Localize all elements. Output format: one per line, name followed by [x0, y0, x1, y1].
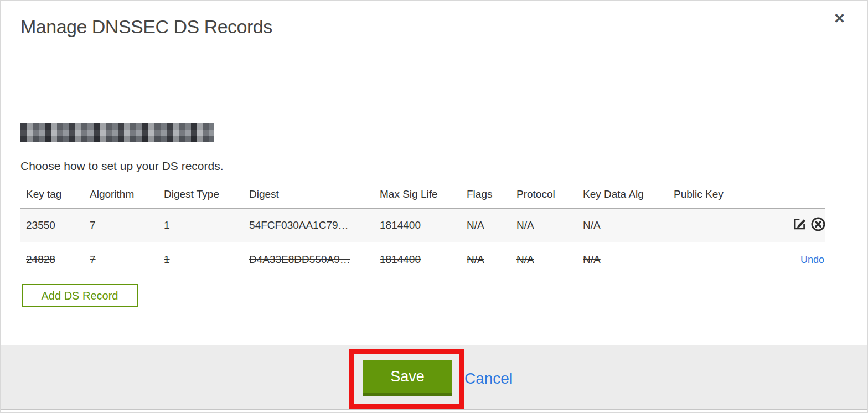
table-row: 23550 7 1 54FCF030AA1C79… 1814400 N/A N/… — [20, 208, 825, 242]
cell-key-data-alg: N/A — [583, 219, 601, 231]
close-icon[interactable]: ✕ — [834, 12, 845, 25]
cell-key-data-alg: N/A — [583, 254, 601, 265]
header-key-tag: Key tag — [20, 181, 87, 208]
header-max-sig-life: Max Sig Life — [378, 181, 464, 208]
cell-flags: N/A — [467, 219, 484, 231]
circle-x-icon[interactable] — [810, 216, 826, 235]
subtitle-text: Choose how to set up your DS records. — [20, 159, 224, 173]
add-ds-record-button[interactable]: Add DS Record — [22, 284, 138, 307]
cell-digest-type: 1 — [164, 219, 170, 231]
manage-dnssec-dialog: { "dialog": { "title": "Manage DNSSEC DS… — [0, 0, 868, 413]
cell-algorithm: 7 — [90, 254, 96, 265]
edit-pencil-square-icon[interactable] — [792, 216, 807, 234]
cell-flags: N/A — [467, 254, 484, 265]
cell-max-sig-life: 1814400 — [380, 254, 421, 265]
header-flags: Flags — [464, 181, 514, 208]
cell-key-tag: 23550 — [26, 219, 55, 231]
cancel-link[interactable]: Cancel — [464, 370, 513, 388]
header-key-data-alg: Key Data Alg — [581, 181, 671, 208]
undo-link[interactable]: Undo — [800, 254, 824, 265]
ds-records-table: Key tag Algorithm Digest Type Digest Max… — [20, 181, 825, 277]
cell-algorithm: 7 — [90, 219, 96, 231]
cell-digest-type: 1 — [164, 254, 170, 265]
page-title: Manage DNSSEC DS Records — [20, 16, 272, 38]
cell-digest: D4A33E8DD550A9… — [249, 254, 350, 265]
header-digest: Digest — [247, 181, 378, 208]
cell-key-tag: 24828 — [26, 254, 55, 265]
domain-name-redacted — [20, 123, 214, 142]
save-button[interactable]: Save — [363, 360, 452, 396]
cell-protocol: N/A — [516, 219, 534, 231]
cell-max-sig-life: 1814400 — [380, 219, 421, 231]
table-row-deleted: 24828 7 1 D4A33E8DD550A9… 1814400 N/A N/… — [20, 242, 825, 277]
table-header-row: Key tag Algorithm Digest Type Digest Max… — [20, 181, 825, 208]
cell-digest: 54FCF030AA1C79… — [249, 219, 349, 231]
cell-protocol: N/A — [516, 254, 534, 265]
header-algorithm: Algorithm — [87, 181, 162, 208]
header-protocol: Protocol — [514, 181, 581, 208]
header-public-key: Public Key — [671, 181, 790, 208]
header-digest-type: Digest Type — [162, 181, 247, 208]
header-actions — [790, 181, 825, 208]
